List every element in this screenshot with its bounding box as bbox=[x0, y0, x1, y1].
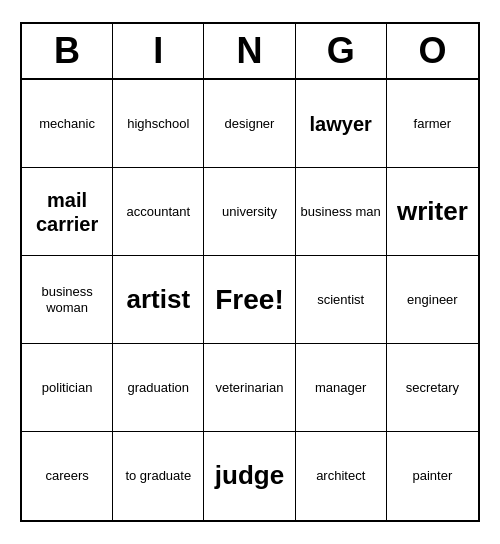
bingo-cell: business man bbox=[296, 168, 387, 256]
header-letter: N bbox=[204, 24, 295, 78]
bingo-cell: artist bbox=[113, 256, 204, 344]
bingo-cell: mail carrier bbox=[22, 168, 113, 256]
bingo-cell: business woman bbox=[22, 256, 113, 344]
header-letter: G bbox=[296, 24, 387, 78]
bingo-grid: mechanichighschooldesignerlawyerfarmerma… bbox=[22, 80, 478, 520]
bingo-cell: writer bbox=[387, 168, 478, 256]
bingo-cell: Free! bbox=[204, 256, 295, 344]
bingo-cell: engineer bbox=[387, 256, 478, 344]
bingo-cell: graduation bbox=[113, 344, 204, 432]
bingo-cell: scientist bbox=[296, 256, 387, 344]
bingo-cell: university bbox=[204, 168, 295, 256]
bingo-cell: architect bbox=[296, 432, 387, 520]
bingo-cell: secretary bbox=[387, 344, 478, 432]
bingo-cell: highschool bbox=[113, 80, 204, 168]
bingo-cell: designer bbox=[204, 80, 295, 168]
header-letter: I bbox=[113, 24, 204, 78]
bingo-cell: farmer bbox=[387, 80, 478, 168]
bingo-cell: manager bbox=[296, 344, 387, 432]
bingo-cell: careers bbox=[22, 432, 113, 520]
header-letter: O bbox=[387, 24, 478, 78]
bingo-cell: veterinarian bbox=[204, 344, 295, 432]
bingo-header: BINGO bbox=[22, 24, 478, 80]
bingo-cell: judge bbox=[204, 432, 295, 520]
header-letter: B bbox=[22, 24, 113, 78]
bingo-cell: mechanic bbox=[22, 80, 113, 168]
bingo-cell: accountant bbox=[113, 168, 204, 256]
bingo-cell: politician bbox=[22, 344, 113, 432]
bingo-cell: to graduate bbox=[113, 432, 204, 520]
bingo-cell: lawyer bbox=[296, 80, 387, 168]
bingo-card: BINGO mechanichighschooldesignerlawyerfa… bbox=[20, 22, 480, 522]
bingo-cell: painter bbox=[387, 432, 478, 520]
